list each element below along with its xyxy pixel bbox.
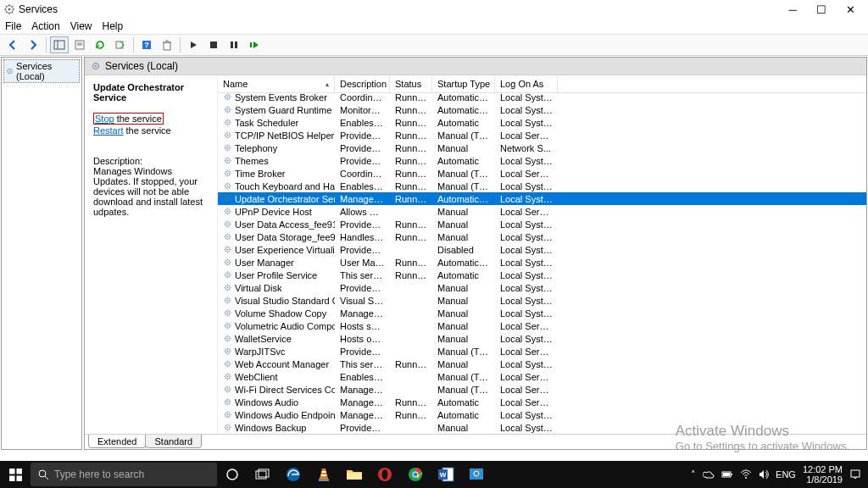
- service-row[interactable]: User ManagerUser Manag...RunningAutomati…: [218, 256, 866, 269]
- tray-notifications-icon[interactable]: [849, 469, 861, 480]
- svg-point-28: [227, 109, 229, 111]
- column-log-on-as[interactable]: Log On As: [495, 75, 558, 92]
- svg-point-38: [227, 173, 229, 175]
- back-button[interactable]: [3, 36, 22, 53]
- service-desc-cell: Provides su...: [335, 130, 390, 141]
- column-startup-type[interactable]: Startup Type: [432, 75, 495, 92]
- restart-service-link[interactable]: Restart: [93, 125, 123, 136]
- maximize-button[interactable]: ☐: [807, 0, 836, 19]
- gear-icon: [90, 60, 102, 72]
- pause-service-button[interactable]: [225, 36, 243, 53]
- tray-wifi-icon[interactable]: [740, 469, 752, 480]
- column-description[interactable]: Description: [335, 75, 390, 92]
- service-row[interactable]: System Guard Runtime Mo...Monitors an...…: [218, 103, 866, 116]
- service-row[interactable]: Volume Shadow CopyManages an...ManualLoc…: [218, 307, 866, 319]
- service-row[interactable]: Volumetric Audio Composit...Hosts spatia…: [218, 319, 866, 332]
- svg-point-97: [414, 473, 418, 477]
- menu-file[interactable]: File: [5, 20, 21, 32]
- delete-button[interactable]: [158, 36, 176, 53]
- service-row[interactable]: User Experience Virtualizatio...Provides…: [218, 243, 866, 256]
- gear-icon: [223, 258, 232, 267]
- service-row[interactable]: Time BrokerCoordinates...RunningManual (…: [218, 167, 866, 180]
- service-row[interactable]: User Data Storage_fee91aHandles sto...Ru…: [218, 230, 866, 243]
- column-status[interactable]: Status: [390, 75, 432, 92]
- taskbar-app-opera[interactable]: [370, 461, 400, 488]
- service-row[interactable]: WarpJITSvcProvides a JI...Manual (Trig..…: [218, 345, 866, 358]
- menu-help[interactable]: Help: [103, 20, 124, 32]
- forward-button[interactable]: [24, 36, 42, 53]
- tab-standard[interactable]: Standard: [145, 435, 202, 448]
- service-row[interactable]: TelephonyProvides Tel...RunningManualNet…: [218, 141, 866, 154]
- service-desc-cell: Coordinates...: [335, 93, 390, 103]
- cortana-icon[interactable]: [217, 461, 248, 488]
- stop-service-button[interactable]: [204, 36, 223, 53]
- tray-language[interactable]: ENG: [776, 469, 796, 480]
- service-row[interactable]: System Events BrokerCoordinates...Runnin…: [218, 93, 866, 103]
- taskbar-app-chrome[interactable]: [400, 461, 431, 488]
- service-rows[interactable]: SynTPEnh Caller ServiceRunningAutomaticL…: [218, 93, 866, 434]
- taskbar-app-services[interactable]: [461, 461, 492, 488]
- close-button[interactable]: ✕: [836, 0, 865, 19]
- svg-point-78: [227, 427, 229, 429]
- service-row[interactable]: ThemesProvides us...RunningAutomaticLoca…: [218, 154, 866, 167]
- service-row[interactable]: UPnP Device HostAllows UPn...ManualLocal…: [218, 205, 866, 218]
- service-row[interactable]: TCP/IP NetBIOS HelperProvides su...Runni…: [218, 129, 866, 141]
- tree-root-label: Services (Local): [16, 61, 78, 81]
- tray-time: 12:02 PM: [803, 464, 843, 474]
- help-button[interactable]: ?: [137, 36, 156, 53]
- service-row[interactable]: Virtual DiskProvides m...ManualLocal Sys…: [218, 281, 866, 294]
- service-row[interactable]: User Data Access_fee91aProvides ap...Run…: [218, 218, 866, 230]
- tray-chevron-icon[interactable]: ˄: [691, 469, 696, 480]
- service-row[interactable]: Visual Studio Standard Coll...Visual Stu…: [218, 294, 866, 307]
- service-row[interactable]: Web Account ManagerThis service ...Runni…: [218, 358, 866, 370]
- restart-service-button[interactable]: [245, 36, 264, 53]
- service-status-cell: Running: [390, 410, 432, 420]
- service-row[interactable]: WebClientEnables Win...Manual (Trig...Lo…: [218, 370, 866, 383]
- task-view-icon[interactable]: [248, 461, 278, 488]
- taskbar-app-edge[interactable]: [278, 461, 309, 488]
- service-startup-cell: Disabled: [432, 245, 495, 255]
- start-service-button[interactable]: [184, 36, 203, 53]
- export-button[interactable]: [111, 36, 130, 53]
- service-name-cell: Themes: [235, 156, 269, 166]
- tray-volume-icon[interactable]: [759, 469, 769, 480]
- column-name[interactable]: Name▴: [218, 75, 335, 92]
- titlebar: Services ─ ☐ ✕: [0, 0, 868, 19]
- menu-action[interactable]: Action: [31, 20, 59, 32]
- service-row[interactable]: Windows Audio Endpoint B...Manages au...…: [218, 408, 866, 421]
- svg-point-1: [8, 8, 11, 11]
- service-row[interactable]: Windows AudioManages au...RunningAutomat…: [218, 396, 866, 408]
- stop-service-link[interactable]: Stop: [95, 114, 114, 124]
- tab-extended[interactable]: Extended: [88, 435, 146, 448]
- taskbar-search[interactable]: Type here to search: [31, 463, 217, 486]
- service-row[interactable]: Touch Keyboard and Hand...Enables Tou...…: [218, 180, 866, 192]
- service-startup-cell: Manual (Trig...: [432, 181, 495, 191]
- service-row[interactable]: Task SchedulerEnables a us...RunningAuto…: [218, 116, 866, 129]
- service-row[interactable]: Wi-Fi Direct Services Conne...Manages co…: [218, 383, 866, 396]
- taskbar-app-vlc[interactable]: [309, 461, 339, 488]
- tray-clock[interactable]: 12:02 PM 1/8/2019: [803, 464, 843, 485]
- service-row[interactable]: WalletServiceHosts objec...ManualLocal S…: [218, 332, 866, 345]
- service-row[interactable]: Update Orchestrator ServiceManages W...R…: [218, 192, 866, 205]
- gear-icon: [223, 194, 232, 203]
- minimize-button[interactable]: ─: [778, 0, 807, 19]
- start-button[interactable]: [0, 461, 31, 488]
- tree-root-services-local[interactable]: Services (Local): [3, 59, 80, 83]
- service-startup-cell: Manual (Trig...: [432, 372, 495, 382]
- tray-cloud-icon[interactable]: [703, 469, 715, 480]
- service-row[interactable]: User Profile ServiceThis service ...Runn…: [218, 269, 866, 281]
- taskbar-app-explorer[interactable]: [339, 461, 370, 488]
- gear-icon: [223, 334, 232, 343]
- tray-battery-icon[interactable]: [721, 469, 733, 480]
- gear-icon: [223, 118, 232, 127]
- menu-view[interactable]: View: [70, 20, 92, 32]
- svg-point-36: [227, 160, 229, 162]
- taskbar-app-word[interactable]: W: [431, 461, 461, 488]
- service-name-cell: Visual Studio Standard Coll...: [235, 296, 335, 306]
- svg-point-60: [227, 313, 229, 314]
- service-desc-cell: Provides m...: [335, 283, 390, 293]
- service-name-cell: User Manager: [235, 258, 294, 268]
- properties-button[interactable]: [70, 36, 89, 53]
- refresh-button[interactable]: [91, 36, 109, 53]
- show-hide-tree-button[interactable]: [50, 36, 69, 53]
